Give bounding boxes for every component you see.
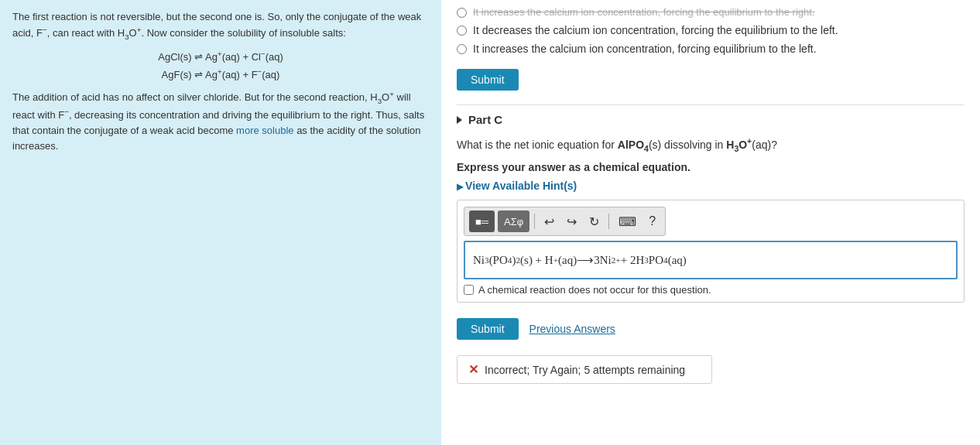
radio-input-1[interactable] <box>457 8 467 18</box>
previous-answers-link[interactable]: Previous Answers <box>529 323 615 335</box>
radio-option-2: It decreases the calcium ion concentrati… <box>457 24 965 36</box>
equation-toolbar: ■═ AΣφ ↩ ↪ ↻ ⌨ ? <box>464 207 666 236</box>
question-text: What is the net ionic equation for AlPO4… <box>457 135 965 155</box>
radio-label-2: It decreases the calcium ion concentrati… <box>473 24 838 36</box>
toolbar-sep-2 <box>608 214 609 229</box>
toolbar-sep-1 <box>534 214 535 229</box>
equation-1: AgCl(s) ⇌ Ag+(aq) + Cl−(aq) <box>12 49 429 65</box>
radio-section: It increases the calcium ion concentrati… <box>457 6 965 55</box>
chem-equation-input[interactable]: Ni3(PO4)2(s) + H+(aq)⟶3Ni2+ + 2H3PO4(aq) <box>464 241 958 279</box>
hint-link[interactable]: View Available Hint(s) <box>457 180 577 192</box>
toolbar-matrix-btn[interactable]: ■═ <box>469 211 495 232</box>
incorrect-banner: ✕ Incorrect; Try Again; 5 attempts remai… <box>457 355 712 384</box>
toolbar-keyboard-btn[interactable]: ⌨ <box>614 211 641 232</box>
radio-input-2[interactable] <box>457 26 467 36</box>
answer-box-container: ■═ AΣφ ↩ ↪ ↻ ⌨ ? Ni3(PO4)2(s) + H+(aq)⟶3… <box>457 200 965 303</box>
x-icon: ✕ <box>468 362 478 377</box>
express-text: Express your answer as a chemical equati… <box>457 161 965 173</box>
radio-label-3: It increases the calcium ion concentrati… <box>473 43 817 55</box>
toolbar-redo-btn[interactable]: ↪ <box>562 211 581 232</box>
left-explanation-panel: The first reaction is not reversible, bu… <box>0 0 441 445</box>
no-reaction-checkbox[interactable] <box>464 285 474 295</box>
explanation-paragraph-2: The addition of acid has no affect on si… <box>12 89 429 153</box>
submit-button-partb[interactable]: Submit <box>457 69 519 91</box>
equations-block: AgCl(s) ⇌ Ag+(aq) + Cl−(aq) AgF(s) ⇌ Ag+… <box>12 49 429 83</box>
radio-option-1: It increases the calcium ion concentrati… <box>457 6 965 18</box>
bottom-row: Submit Previous Answers <box>457 310 965 347</box>
equation-2: AgF(s) ⇌ Ag+(aq) + F−(aq) <box>12 67 429 83</box>
part-c-label: Part C <box>468 113 502 126</box>
right-panel: It increases the calcium ion concentrati… <box>441 0 980 445</box>
toolbar-help-btn[interactable]: ? <box>644 211 660 232</box>
explanation-paragraph-1: The first reaction is not reversible, bu… <box>12 9 429 43</box>
no-reaction-label: A chemical reaction does not occur for t… <box>478 284 711 296</box>
toolbar-refresh-btn[interactable]: ↻ <box>584 211 604 232</box>
toolbar-asigma-btn[interactable]: AΣφ <box>498 211 529 232</box>
collapse-icon[interactable] <box>457 116 462 124</box>
radio-label-1: It increases the calcium ion concentrati… <box>473 6 815 18</box>
submit-button-partc[interactable]: Submit <box>457 318 519 340</box>
radio-input-3[interactable] <box>457 44 467 54</box>
incorrect-text: Incorrect; Try Again; 5 attempts remaini… <box>485 364 685 376</box>
no-reaction-row: A chemical reaction does not occur for t… <box>464 284 958 296</box>
radio-option-3: It increases the calcium ion concentrati… <box>457 43 965 55</box>
part-c-header: Part C <box>457 113 965 126</box>
toolbar-undo-btn[interactable]: ↩ <box>540 211 559 232</box>
